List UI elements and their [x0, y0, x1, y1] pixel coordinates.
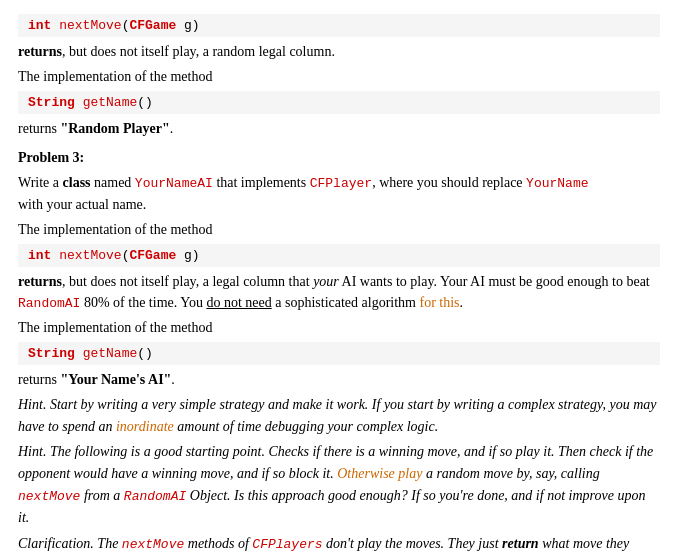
code-block-3: int nextMove(CFGame g)	[18, 244, 660, 267]
clarification: Clarification. The nextMove methods of C…	[18, 533, 660, 559]
paragraph-returns-yourname: returns "Your Name's AI".	[18, 369, 660, 390]
paragraph-returns-random: returns "Random Player".	[18, 118, 660, 139]
method-signature-1: nextMove(CFGame g)	[59, 18, 199, 33]
string-keyword-1: String	[28, 95, 75, 110]
they-word: they	[606, 536, 629, 551]
int-keyword: int	[28, 18, 51, 33]
hint-2: Hint. The following is a good starting p…	[18, 441, 660, 528]
string-keyword-2: String	[28, 346, 75, 361]
getname-method-1: getName()	[83, 95, 153, 110]
code-block-2: String getName()	[18, 91, 660, 114]
paragraph-impl-2: The implementation of the method	[18, 219, 660, 240]
int-keyword-2: int	[28, 248, 51, 263]
paragraph-returns-2: returns, but does not itself play, a leg…	[18, 271, 660, 314]
code-block-4: String getName()	[18, 342, 660, 365]
paragraph-impl-3: The implementation of the method	[18, 317, 660, 338]
problem3-title: Problem 3:	[18, 147, 660, 168]
paragraph-problem3-desc: Write a class named YourNameAI that impl…	[18, 172, 660, 215]
code-block-1: int nextMove(CFGame g)	[18, 14, 660, 37]
hint-1: Hint. Start by writing a very simple str…	[18, 394, 660, 437]
returns-keyword: returns	[18, 44, 62, 59]
paragraph-impl-1: The implementation of the method	[18, 66, 660, 87]
method-signature-2: nextMove(CFGame g)	[59, 248, 199, 263]
getname-method-2: getName()	[83, 346, 153, 361]
paragraph-returns-1: returns, but does not itself play, a ran…	[18, 41, 660, 62]
